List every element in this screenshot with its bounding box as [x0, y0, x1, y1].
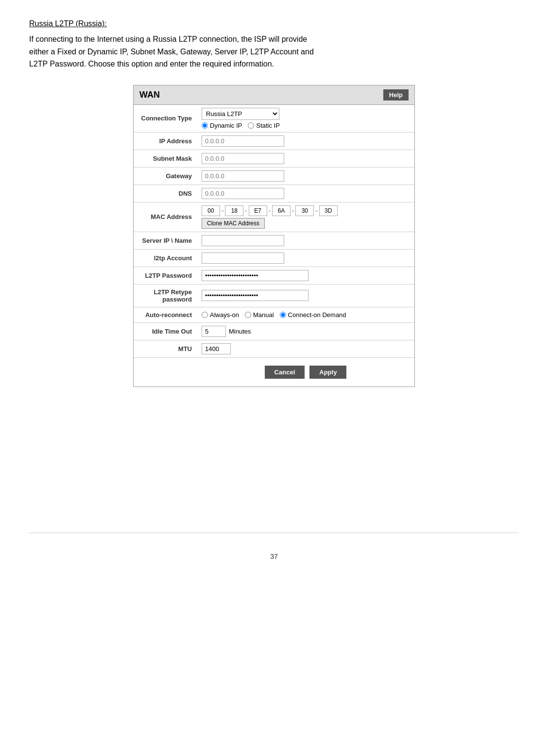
- mac-octet-3[interactable]: [249, 205, 267, 216]
- mtu-label: MTU: [134, 340, 197, 357]
- always-on-radio[interactable]: [202, 312, 208, 318]
- dynamic-ip-label[interactable]: Dynamic IP: [202, 122, 242, 129]
- l2tp-account-row: l2tp Account: [134, 249, 414, 267]
- mac-address-cell: - - - - - Clone MAC Address: [197, 202, 414, 232]
- l2tp-account-label: l2tp Account: [134, 249, 197, 267]
- dns-cell: [197, 185, 414, 202]
- mac-octets-group: - - - - -: [202, 205, 410, 216]
- ip-address-label: IP Address: [134, 132, 197, 150]
- clone-mac-button[interactable]: Clone MAC Address: [202, 218, 265, 229]
- ip-address-row: IP Address: [134, 132, 414, 150]
- l2tp-password-input[interactable]: [202, 270, 308, 281]
- l2tp-password-cell: [197, 267, 414, 284]
- mac-address-row: MAC Address - - - - - Clone MAC Address: [134, 202, 414, 232]
- button-row: Cancel Apply: [134, 357, 414, 386]
- form-table: Connection Type Russia L2TP Dynamic IP S…: [134, 105, 414, 386]
- subnet-mask-cell: [197, 150, 414, 167]
- server-ip-input[interactable]: [202, 235, 284, 246]
- subnet-mask-input[interactable]: [202, 153, 284, 164]
- action-buttons: Cancel Apply: [202, 361, 410, 384]
- help-button[interactable]: Help: [383, 89, 409, 101]
- mac-octet-1[interactable]: [202, 205, 220, 216]
- ip-address-input[interactable]: [202, 135, 284, 147]
- ip-address-cell: [197, 132, 414, 150]
- wan-header: WAN Help: [134, 85, 414, 105]
- auto-reconnect-label: Auto-reconnect: [134, 307, 197, 322]
- dns-row: DNS: [134, 185, 414, 202]
- manual-option[interactable]: Manual: [245, 311, 274, 319]
- static-ip-radio[interactable]: [248, 122, 254, 129]
- dns-input[interactable]: [202, 188, 284, 199]
- mtu-input[interactable]: [202, 343, 231, 354]
- connection-type-row: Connection Type Russia L2TP Dynamic IP S…: [134, 105, 414, 133]
- mac-octet-2[interactable]: [225, 205, 243, 216]
- auto-reconnect-cell: Always-on Manual Connect-on Demand: [197, 307, 414, 322]
- subnet-mask-label: Subnet Mask: [134, 150, 197, 167]
- mac-octet-5[interactable]: [295, 205, 314, 216]
- l2tp-password-row: L2TP Password: [134, 267, 414, 284]
- connection-type-label: Connection Type: [134, 105, 197, 133]
- idle-time-out-row: Idle Time Out Minutes: [134, 322, 414, 340]
- auto-reconnect-group: Always-on Manual Connect-on Demand: [202, 311, 410, 319]
- apply-button[interactable]: Apply: [309, 366, 346, 379]
- gateway-cell: [197, 167, 414, 185]
- connect-on-demand-option[interactable]: Connect-on Demand: [280, 311, 346, 319]
- gateway-label: Gateway: [134, 167, 197, 185]
- l2tp-retype-cell: [197, 284, 414, 307]
- subnet-mask-row: Subnet Mask: [134, 150, 414, 167]
- static-ip-label[interactable]: Static IP: [248, 122, 279, 129]
- idle-time-out-input[interactable]: [202, 326, 226, 337]
- minutes-label: Minutes: [229, 328, 251, 335]
- connect-on-demand-radio[interactable]: [280, 312, 286, 318]
- manual-radio[interactable]: [245, 312, 251, 318]
- gateway-input[interactable]: [202, 170, 284, 182]
- l2tp-retype-row: L2TP Retype password: [134, 284, 414, 307]
- mac-address-label: MAC Address: [134, 202, 197, 232]
- l2tp-account-input[interactable]: [202, 252, 284, 264]
- server-ip-cell: [197, 232, 414, 249]
- wan-panel: WAN Help Connection Type Russia L2TP Dyn…: [133, 85, 415, 387]
- idle-time-out-cell: Minutes: [197, 322, 414, 340]
- always-on-option[interactable]: Always-on: [202, 311, 239, 319]
- auto-reconnect-row: Auto-reconnect Always-on Manual Connect-…: [134, 307, 414, 322]
- l2tp-retype-input[interactable]: [202, 290, 308, 301]
- server-ip-label: Server IP \ Name: [134, 232, 197, 249]
- connection-type-select[interactable]: Russia L2TP: [202, 108, 279, 120]
- wan-title: WAN: [139, 90, 160, 100]
- idle-group: Minutes: [202, 326, 410, 337]
- mac-octet-6[interactable]: [319, 205, 338, 216]
- l2tp-password-label: L2TP Password: [134, 267, 197, 284]
- mtu-row: MTU: [134, 340, 414, 357]
- dynamic-ip-radio[interactable]: [202, 122, 208, 129]
- idle-time-out-label: Idle Time Out: [134, 322, 197, 340]
- mtu-cell: [197, 340, 414, 357]
- connection-type-cell: Russia L2TP Dynamic IP Static IP: [197, 105, 414, 133]
- page-number: 37: [29, 553, 519, 560]
- l2tp-account-cell: [197, 249, 414, 267]
- gateway-row: Gateway: [134, 167, 414, 185]
- dns-label: DNS: [134, 185, 197, 202]
- description: If connecting to the Internet using a Ru…: [29, 33, 519, 70]
- l2tp-retype-label: L2TP Retype password: [134, 284, 197, 307]
- server-ip-row: Server IP \ Name: [134, 232, 414, 249]
- ip-type-group: Dynamic IP Static IP: [202, 122, 410, 129]
- page-title: Russia L2TP (Russia):: [29, 19, 519, 28]
- cancel-button[interactable]: Cancel: [265, 366, 305, 379]
- mac-octet-4[interactable]: [272, 205, 291, 216]
